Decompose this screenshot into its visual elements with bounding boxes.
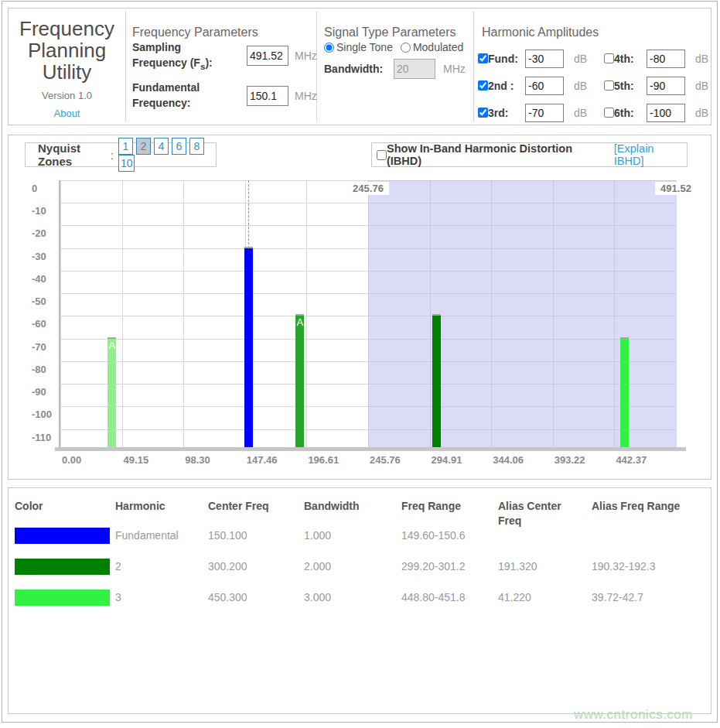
nyquist-zone-button-6[interactable]: 6 bbox=[172, 138, 186, 155]
signal-type-radio[interactable] bbox=[401, 43, 411, 53]
y-tick-label: -10 bbox=[32, 205, 63, 217]
fundamental-marker-line bbox=[248, 180, 249, 248]
harmonic-label: 2nd : bbox=[488, 80, 525, 92]
x-tick-label: 196.61 bbox=[308, 454, 339, 466]
y-tick-label: -90 bbox=[32, 386, 63, 398]
table-cell-freq_range: 299.20-301.2 bbox=[401, 559, 466, 575]
harmonic-amplitude-input[interactable] bbox=[647, 104, 685, 122]
explain-ibhd-link[interactable]: [Explain IBHD] bbox=[614, 142, 687, 167]
signal-type-radio[interactable] bbox=[324, 43, 334, 53]
harmonic-unit: dB bbox=[690, 80, 708, 92]
harmonic-row: 3rd:dB bbox=[478, 99, 587, 126]
zone-boundary-label: 491.52 bbox=[655, 182, 697, 195]
harmonic-amplitude-input[interactable] bbox=[525, 50, 564, 68]
signal-type-radio-group: Single ToneModulated bbox=[324, 41, 471, 53]
table-cell-harmonic: Fundamental bbox=[115, 528, 179, 544]
harmonic-amplitude-input[interactable] bbox=[647, 50, 685, 68]
about-link[interactable]: About bbox=[54, 108, 80, 119]
harmonic-row: 2nd :dB bbox=[478, 72, 587, 99]
alias-marker-label: A bbox=[107, 340, 116, 351]
harmonic-checkbox[interactable] bbox=[478, 80, 488, 91]
y-tick-label: -50 bbox=[32, 296, 63, 307]
frequency-parameters-heading: Frequency Parameters bbox=[132, 26, 258, 39]
x-axis-line bbox=[55, 447, 686, 451]
harmonic-checkbox[interactable] bbox=[604, 80, 614, 91]
sampling-frequency-unit: MHz bbox=[295, 50, 317, 62]
y-axis-labels: 0-10-20-30-40-50-60-70-80-90-100-110 bbox=[32, 180, 63, 459]
table-cell-center_freq: 300.200 bbox=[208, 559, 247, 575]
y-tick-label: -20 bbox=[32, 227, 63, 239]
table-header-2: Center Freq bbox=[208, 499, 296, 514]
y-tick-label: -80 bbox=[32, 364, 63, 375]
table-cell-bandwidth: 1.000 bbox=[304, 528, 331, 544]
harmonic-row: Fund:dB bbox=[478, 45, 587, 72]
harmonic-checkbox[interactable] bbox=[604, 108, 614, 118]
signal-type-option-label: Modulated bbox=[413, 41, 463, 53]
nyquist-zone-shading bbox=[368, 180, 676, 447]
nyquist-zones-label: Nyquist Zones bbox=[38, 142, 110, 168]
signal-type-option[interactable]: Modulated bbox=[401, 41, 463, 53]
harmonic-row: 4th:dB bbox=[604, 45, 708, 72]
spectrum-plot: AA245.76491.52 bbox=[60, 180, 676, 447]
harmonic-column-2: 4th:dB5th:dB6th:dB bbox=[604, 45, 708, 126]
nyquist-zones-box: Nyquist Zones : 1246810 bbox=[25, 142, 217, 167]
bar-3rd-harmonic bbox=[620, 337, 629, 447]
nyquist-zones-colon: : bbox=[111, 149, 114, 162]
x-gridline bbox=[306, 180, 307, 447]
bar-alias-3rd-harmonic: A bbox=[107, 337, 116, 447]
x-gridline bbox=[183, 180, 184, 447]
table-header-4: Freq Range bbox=[401, 499, 490, 514]
bandwidth-unit: MHz bbox=[443, 63, 466, 75]
x-tick-label: 294.91 bbox=[432, 454, 462, 466]
zone-boundary-label: 245.76 bbox=[347, 182, 389, 195]
header-separator bbox=[125, 12, 126, 121]
harmonic-amplitudes-heading: Harmonic Amplitudes bbox=[482, 26, 599, 39]
nyquist-zone-button-2[interactable]: 2 bbox=[136, 138, 151, 155]
harmonic-unit: dB bbox=[690, 107, 708, 119]
nyquist-zone-button-8[interactable]: 8 bbox=[189, 138, 204, 155]
y-tick-label: -70 bbox=[32, 341, 63, 353]
table-color-swatch bbox=[15, 528, 110, 544]
harmonic-checkbox[interactable] bbox=[478, 108, 488, 118]
bandwidth-label: Bandwidth: bbox=[324, 63, 383, 75]
table-cell-harmonic: 3 bbox=[115, 590, 121, 606]
harmonic-checkbox[interactable] bbox=[604, 53, 614, 63]
harmonic-checkbox[interactable] bbox=[478, 53, 488, 63]
harmonic-amplitude-input[interactable] bbox=[525, 77, 564, 95]
y-tick-label: -60 bbox=[32, 318, 63, 330]
header-panel: Frequency Planning Utility Version 1.0 A… bbox=[8, 8, 711, 125]
harmonic-row: 6th:dB bbox=[604, 99, 708, 126]
table-color-swatch bbox=[15, 590, 110, 606]
nyquist-zone-button-1[interactable]: 1 bbox=[118, 138, 133, 155]
nyquist-zone-button-4[interactable]: 4 bbox=[154, 138, 169, 155]
ibhd-checkbox[interactable] bbox=[377, 150, 387, 160]
table-cell-center_freq: 150.100 bbox=[208, 528, 247, 544]
harmonic-label: 3rd: bbox=[488, 107, 525, 119]
x-gridline bbox=[60, 180, 61, 447]
x-tick-label: 98.30 bbox=[185, 454, 210, 466]
fundamental-frequency-label: Fundamental bbox=[132, 81, 200, 94]
sampling-frequency-input[interactable] bbox=[247, 46, 288, 66]
nyquist-zone-buttons: 1246810 bbox=[118, 138, 216, 172]
harmonics-table: ColorHarmonicCenter FreqBandwidthFreq Ra… bbox=[8, 487, 711, 714]
chart-panel: Nyquist Zones : 1246810 Show In-Band Har… bbox=[8, 135, 711, 480]
harmonic-amplitude-input[interactable] bbox=[647, 77, 685, 95]
fundamental-frequency-input[interactable] bbox=[247, 86, 288, 106]
table-cell-bandwidth: 2.000 bbox=[304, 559, 331, 575]
harmonic-label: Fund: bbox=[488, 53, 525, 65]
page: Frequency Planning Utility Version 1.0 A… bbox=[0, 0, 720, 728]
bandwidth-input bbox=[394, 59, 435, 79]
x-tick-label: 245.76 bbox=[370, 454, 401, 466]
harmonic-unit: dB bbox=[568, 53, 587, 65]
harmonic-label: 4th: bbox=[614, 53, 647, 65]
x-tick-label: 49.15 bbox=[124, 454, 149, 466]
table-header-1: Harmonic bbox=[115, 499, 200, 514]
ibhd-box: Show In-Band Harmonic Distortion (IBHD) … bbox=[371, 142, 688, 167]
y-tick-label: -40 bbox=[32, 273, 63, 285]
nyquist-zone-button-10[interactable]: 10 bbox=[118, 155, 135, 172]
harmonic-amplitude-input[interactable] bbox=[525, 104, 564, 122]
header-separator bbox=[316, 12, 317, 121]
signal-type-option[interactable]: Single Tone bbox=[324, 41, 393, 53]
y-tick-label: -110 bbox=[32, 432, 63, 443]
harmonic-label: 6th: bbox=[614, 107, 647, 119]
